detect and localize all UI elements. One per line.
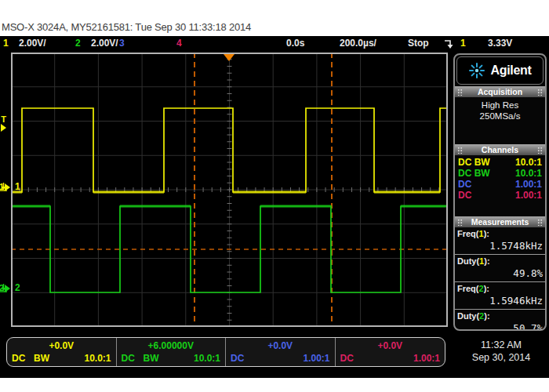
ch1-position-label: 1 <box>15 182 20 192</box>
grip-dots-icon <box>537 89 543 96</box>
status-ch1-scale[interactable]: 2.00V/ <box>19 36 46 50</box>
measurement-value: 1.5946kHz <box>457 294 543 307</box>
status-ch2-scale[interactable]: 2.00V/ <box>91 36 118 50</box>
status-run-state[interactable]: Stop <box>408 36 429 50</box>
channel-row: DC 1.00:1 <box>455 179 545 190</box>
current-time: 11:32 AM <box>460 339 543 351</box>
sample-rate: 250MSa/s <box>455 111 545 122</box>
ch4-status-box[interactable]: +0.0V DC1.00:1 <box>336 338 445 366</box>
measurement-row: Duty(2): 50.7% <box>455 310 545 331</box>
status-time-reference[interactable]: 0.0s <box>286 36 304 50</box>
section-header-acquisition: Acquisition <box>455 86 545 97</box>
channel-row: DC 1.00:1 <box>455 190 545 201</box>
channel-status-bar: +0.0V DCBW10.0:1 +6.00000V DCBW10.0:1 +0… <box>6 337 445 367</box>
brand-name: Agilent <box>490 64 531 78</box>
measurement-row: Duty(1): 49.8% <box>455 255 545 282</box>
acquisition-info: High Res 250MSa/s <box>455 97 545 144</box>
trigger-level-marker-label: T <box>1 115 6 124</box>
grip-dots-icon <box>457 147 463 154</box>
agilent-starburst-icon <box>468 62 485 79</box>
ground-icon <box>0 183 8 191</box>
measurement-row: Freq(1): 1.5748kHz <box>455 227 545 255</box>
acquisition-mode: High Res <box>455 100 545 111</box>
channel-row: DC BW 10.0:1 <box>455 157 545 168</box>
measurements-info: Freq(1): 1.5748kHz Duty(1): 49.8% Freq(2… <box>455 227 545 331</box>
trigger-falling-edge-icon <box>444 38 456 53</box>
measurement-value: 50.7% <box>457 321 543 331</box>
section-header-channels: Channels <box>455 144 545 155</box>
clock: 11:32 AM Sep 30, 2014 <box>460 339 543 364</box>
status-ch4-number[interactable]: 4 <box>176 36 182 50</box>
grip-dots-icon <box>537 219 543 226</box>
grip-dots-icon <box>457 219 463 226</box>
status-ch1-number[interactable]: 1 <box>3 36 9 50</box>
brand-logo: Agilent <box>456 56 544 85</box>
status-timebase[interactable]: 200.0µs/ <box>340 36 376 50</box>
screenshot-page: MSO-X 3024A, MY52161581: Tue Sep 30 11:3… <box>0 0 549 392</box>
ch3-status-box[interactable]: +0.0V DC1.00:1 <box>226 338 336 366</box>
ch2-offset: +6.00000V <box>117 340 226 351</box>
waveform-plot[interactable] <box>11 53 448 327</box>
channel-row: DC BW 10.0:1 <box>455 168 545 179</box>
grip-dots-icon <box>537 147 543 154</box>
ch3-offset: +0.0V <box>226 340 335 351</box>
ch2-ground-marker[interactable]: 2 <box>0 284 10 292</box>
ch4-offset: +0.0V <box>336 340 445 351</box>
section-header-measurements: Measurements <box>455 216 545 227</box>
ch1-status-box[interactable]: +0.0V DCBW10.0:1 <box>7 338 117 366</box>
grip-dots-icon <box>457 89 463 96</box>
instrument-title: MSO-X 3024A, MY52161581: Tue Sep 30 11:3… <box>2 21 251 33</box>
status-trigger-level[interactable]: 3.33V <box>488 36 512 50</box>
status-ch3-number[interactable]: 3 <box>119 36 125 50</box>
measurement-row: Freq(2): 1.5946kHz <box>455 282 545 310</box>
waveform-graticule[interactable]: T 1 2 <box>11 53 448 327</box>
status-bar: 1 2.00V/ 2 2.00V/ 3 4 0.0s 200.0µs/ Stop… <box>0 36 549 50</box>
sidebar-panel: Agilent Acquisition High Res 250MSa/s Ch… <box>453 53 547 331</box>
channels-info: DC BW 10.0:1 DC BW 10.0:1 DC 1.00:1 DC 1… <box>455 155 545 216</box>
ch1-offset: +0.0V <box>7 340 116 351</box>
status-trigger-source[interactable]: 1 <box>460 36 466 50</box>
trigger-time-marker[interactable] <box>224 54 235 61</box>
ch2-status-box[interactable]: +6.00000V DCBW10.0:1 <box>117 338 227 366</box>
ch2-position-label: 2 <box>15 283 20 293</box>
trigger-level-arrow-icon <box>1 124 6 132</box>
ground-icon <box>0 284 8 292</box>
status-ch2-number[interactable]: 2 <box>75 36 81 50</box>
measurement-value: 49.8% <box>457 267 543 280</box>
ch1-ground-marker[interactable]: 1 <box>0 183 10 191</box>
trigger-level-marker[interactable]: T <box>1 115 6 132</box>
measurement-value: 1.5748kHz <box>457 239 543 252</box>
scope-display: 1 2.00V/ 2 2.00V/ 3 4 0.0s 200.0µs/ Stop… <box>0 36 549 378</box>
current-date: Sep 30, 2014 <box>460 351 543 364</box>
